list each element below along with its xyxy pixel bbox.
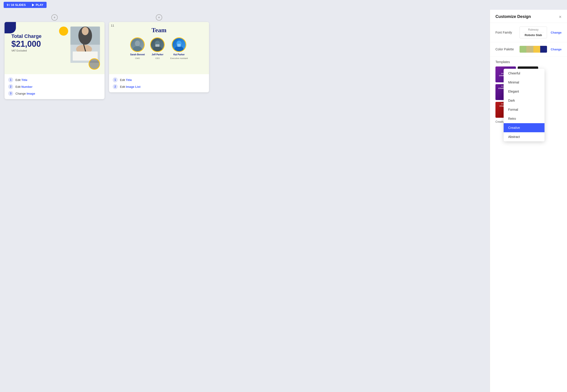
panel-header: Customize Design × <box>490 10 567 23</box>
add-slide-before-10[interactable]: + <box>51 14 58 21</box>
font-preview: Raleway Roboto Slab <box>520 27 547 38</box>
dropdown-item-abstract[interactable]: Abstract <box>504 132 545 141</box>
action-num-10-3: 3 <box>8 91 13 96</box>
action-num-10-2: 2 <box>8 84 13 89</box>
main-area: + 10 Total Charge $21,000 VAT Excluded <box>0 10 567 392</box>
action-link-10-image[interactable]: Image <box>27 92 35 95</box>
action-item-11-2[interactable]: 2 Edit Image List <box>113 84 205 89</box>
color-palette-section: Color Palette Change <box>490 42 567 56</box>
action-item-11-1[interactable]: 1 Edit Title <box>113 77 205 82</box>
action-link-11-title[interactable]: Title <box>126 78 132 82</box>
avatar-placeholder-kai <box>172 38 186 51</box>
add-slide-before-11[interactable]: + <box>156 14 162 21</box>
palette-swatch-2 <box>526 46 533 53</box>
slide-wrapper-10: + 10 Total Charge $21,000 VAT Excluded <box>4 14 104 99</box>
top-bar: 9 / 16 SLIDES PLAY <box>0 0 567 10</box>
slide10-photo <box>70 27 100 63</box>
slide-number-11: 11 <box>109 22 116 29</box>
avatar-jeff <box>150 37 165 52</box>
dropdown-item-retro[interactable]: Retro <box>504 114 545 123</box>
panel-title: Customize Design <box>495 14 531 19</box>
avatar-sarah <box>130 37 145 52</box>
writing-person-image <box>70 27 100 63</box>
svg-rect-15 <box>178 44 181 47</box>
slide-card-10[interactable]: 10 Total Charge $21,000 VAT Excluded <box>4 22 104 99</box>
font-change-link[interactable]: Change <box>551 31 562 34</box>
slide-preview-10: 10 Total Charge $21,000 VAT Excluded <box>4 22 104 74</box>
dropdown-item-formal[interactable]: Formal <box>504 105 545 114</box>
palette-swatch-3 <box>533 46 540 53</box>
color-change-link[interactable]: Change <box>551 48 562 51</box>
color-palette-label: Color Palette <box>495 47 516 51</box>
action-num-10-1: 1 <box>8 77 13 82</box>
dropdown-item-elegant[interactable]: Elegant <box>504 87 545 96</box>
action-item-10-1[interactable]: 1 Edit Title <box>8 77 101 82</box>
svg-rect-12 <box>155 44 160 47</box>
svg-point-14 <box>175 46 183 52</box>
slide10-circle <box>89 58 100 70</box>
slide-preview-11: 11 Team Sarah Benne <box>109 22 209 74</box>
member-name-sarah: Sarah Bennet <box>130 53 145 56</box>
templates-label: Templates <box>495 60 562 64</box>
font-family-section: Font Family Raleway Roboto Slab Change <box>490 23 567 42</box>
action-num-11-2: 2 <box>113 84 118 89</box>
dropdown-item-cheerful[interactable]: Cheerful <box>504 69 545 78</box>
action-item-10-2[interactable]: 2 Edit Number <box>8 84 101 89</box>
dropdown-item-dark[interactable]: Dark <box>504 96 545 105</box>
slide10-actions: 1 Edit Title 2 Edit Number 3 Change Imag… <box>4 74 104 99</box>
member-role-kai: Executive Assistant <box>170 57 188 59</box>
palette-swatch-4 <box>540 46 547 53</box>
close-button[interactable]: × <box>559 14 562 19</box>
svg-point-11 <box>153 46 162 52</box>
slides-area: + 10 Total Charge $21,000 VAT Excluded <box>0 10 490 392</box>
slide10-yellow-shape <box>59 27 68 36</box>
play-icon <box>32 4 34 6</box>
team-member-sarah: Sarah Bennet CMO <box>130 37 145 59</box>
member-role-sarah: CMO <box>135 57 140 59</box>
slide11-content: Team Sarah Bennet CMO <box>109 22 209 74</box>
slide11-actions: 1 Edit Title 2 Edit Image List <box>109 74 209 92</box>
slide-wrapper-11: + 11 Team <box>109 14 209 92</box>
member-role-jeff: CEO <box>155 57 160 59</box>
right-panel: Customize Design × Font Family Raleway R… <box>490 10 567 392</box>
templates-dropdown: Cheerful Minimal Elegant Dark Formal Ret… <box>504 69 545 141</box>
action-link-10-title[interactable]: Title <box>21 78 28 82</box>
dropdown-item-creative[interactable]: Creative <box>504 123 545 132</box>
svg-point-7 <box>82 27 89 35</box>
font-family-label: Font Family <box>495 31 516 34</box>
slide-card-11[interactable]: 11 Team Sarah Benne <box>109 22 209 92</box>
slide10-content: Total Charge $21,000 VAT Excluded <box>4 22 104 74</box>
avatar-placeholder-sarah <box>131 38 144 51</box>
play-button[interactable]: PLAY <box>29 2 46 8</box>
palette-preview <box>520 46 547 53</box>
font-primary: Raleway <box>522 28 544 32</box>
slide-counter: 9 / 16 SLIDES <box>4 2 29 8</box>
palette-swatch-1 <box>520 46 526 53</box>
dropdown-item-minimal[interactable]: Minimal <box>504 78 545 87</box>
action-item-10-3[interactable]: 3 Change Image <box>8 91 101 96</box>
slide10-blue-shape <box>4 22 16 33</box>
member-name-kai: Kai Parker <box>173 53 184 56</box>
member-name-jeff: Jeff Parker <box>152 53 164 56</box>
slides-row: + 10 Total Charge $21,000 VAT Excluded <box>4 14 485 99</box>
avatar-placeholder-jeff <box>151 38 164 51</box>
action-link-11-imagelist[interactable]: Image List <box>126 85 140 88</box>
action-num-11-1: 1 <box>113 77 118 82</box>
slide11-title: Team <box>151 27 166 34</box>
team-members: Sarah Bennet CMO Jeff Park <box>130 37 188 59</box>
team-member-kai: Kai Parker Executive Assistant <box>170 37 188 59</box>
font-secondary: Roboto Slab <box>522 33 544 37</box>
action-link-10-number[interactable]: Number <box>21 85 32 88</box>
svg-point-9 <box>133 46 142 52</box>
svg-point-8 <box>135 41 140 46</box>
team-member-jeff: Jeff Parker CEO <box>150 37 165 59</box>
avatar-kai <box>172 37 186 52</box>
